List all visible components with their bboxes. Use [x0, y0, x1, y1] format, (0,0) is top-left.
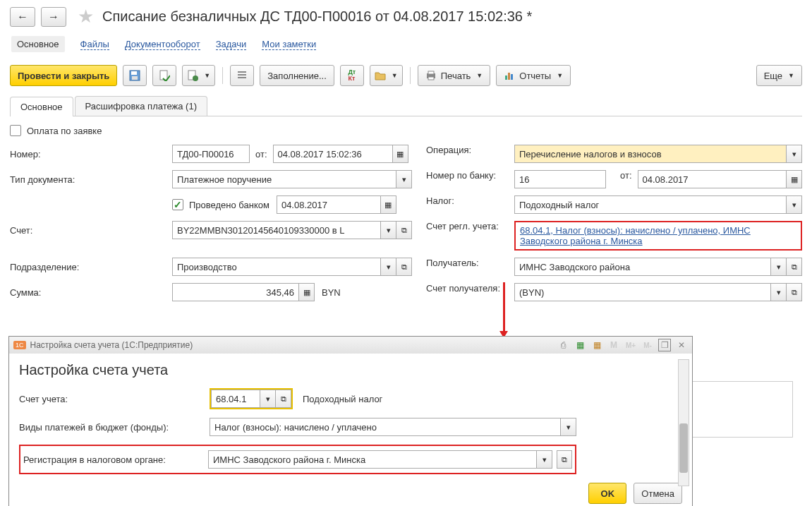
account-open-button[interactable]: ⧉: [396, 221, 412, 239]
nav-main[interactable]: Основное: [11, 36, 65, 52]
reports-button[interactable]: Отчеты ▼: [496, 65, 571, 86]
dlg-account-field[interactable]: 68.04.1: [211, 390, 260, 408]
dialog-close-button[interactable]: ✕: [675, 339, 688, 351]
recip-acc-label: Счет получателя:: [426, 283, 514, 294]
dlg-account-open-button[interactable]: ⧉: [276, 390, 291, 408]
dept-open-button[interactable]: ⧉: [396, 258, 412, 276]
nav-forward-button[interactable]: →: [41, 7, 66, 27]
open-icon: ⧉: [562, 455, 567, 464]
doctype-field[interactable]: Платежное поручение: [172, 170, 396, 188]
dept-dropdown-button[interactable]: ▾: [381, 258, 396, 276]
arrow-right-icon: →: [48, 11, 59, 23]
caret-down-icon: ▾: [777, 288, 781, 297]
recip-acc-field[interactable]: (BYN): [514, 283, 771, 301]
operation-dropdown-button[interactable]: ▾: [787, 145, 802, 163]
tab-detail[interactable]: Расшифровка платежа (1): [75, 96, 207, 116]
tab-main[interactable]: Основное: [10, 97, 73, 116]
nav-docflow[interactable]: Документооборот: [125, 39, 200, 50]
window-icon: ❐: [661, 340, 669, 350]
account-dropdown-button[interactable]: ▾: [381, 221, 396, 239]
caret-down-icon: ▾: [387, 263, 391, 272]
dialog-window-button[interactable]: ❐: [658, 339, 671, 351]
recip-acc-open-button[interactable]: ⧉: [787, 283, 802, 301]
fill-button[interactable]: Заполнение...: [260, 65, 334, 86]
recipient-open-button[interactable]: ⧉: [787, 258, 802, 276]
dialog-calc-button[interactable]: ▦: [574, 339, 586, 351]
dialog-calendar-button[interactable]: ▦: [590, 339, 603, 351]
dialog-mminus-button[interactable]: M-: [641, 339, 654, 351]
caret-down-icon: ▾: [777, 263, 781, 272]
dlg-account-dropdown-button[interactable]: ▾: [260, 390, 276, 408]
calendar-button[interactable]: ▦: [381, 195, 396, 214]
bank-posted-date-field[interactable]: 04.08.2017: [277, 195, 381, 214]
caret-down-icon: ▼: [557, 72, 563, 79]
dialog-print-button[interactable]: ⎙: [557, 339, 569, 351]
bank-date-field[interactable]: 04.08.2017: [638, 170, 787, 188]
recipient-dropdown-button[interactable]: ▾: [771, 258, 787, 276]
dialog-m-button[interactable]: M: [607, 339, 620, 351]
dialog-ok-button[interactable]: OK: [588, 483, 626, 504]
dlg-paytype-dropdown-button[interactable]: ▾: [561, 418, 576, 436]
dlg-paytype-field[interactable]: Налог (взносы): начислено / уплачено: [210, 418, 561, 436]
dialog-mplus-button[interactable]: M+: [624, 339, 637, 351]
caret-down-icon: ▾: [387, 226, 391, 235]
post-button[interactable]: [152, 65, 176, 86]
actions-dropdown-button[interactable]: ▼: [182, 65, 215, 86]
caret-down-icon: ▾: [792, 200, 796, 210]
operation-field[interactable]: Перечисление налогов и взносов: [514, 145, 787, 163]
dialog-scrollbar[interactable]: [678, 359, 689, 486]
print-button[interactable]: Печать ▼: [418, 65, 491, 86]
dept-field[interactable]: Производство: [172, 258, 381, 276]
account-field[interactable]: BY22MMBN30120145640109330000 в L: [172, 221, 381, 239]
calculator-button[interactable]: ▦: [299, 283, 315, 301]
svg-rect-2: [132, 76, 138, 80]
more-button[interactable]: Еще ▼: [756, 65, 802, 86]
number-field[interactable]: ТД00-П00016: [172, 145, 250, 163]
recipient-label: Получатель:: [426, 258, 514, 268]
banknum-label: Номер по банку:: [426, 170, 514, 181]
folder-icon: [375, 70, 386, 81]
dlg-taxreg-open-button[interactable]: ⧉: [557, 450, 572, 469]
recipient-field[interactable]: ИМНС Заводского района: [514, 258, 771, 276]
bank-posted-checkbox[interactable]: [172, 199, 183, 210]
svg-rect-10: [428, 71, 434, 74]
structure-button[interactable]: [230, 65, 254, 86]
svg-rect-11: [428, 77, 434, 80]
calendar-button[interactable]: ▦: [393, 145, 408, 163]
recip-acc-dropdown-button[interactable]: ▾: [771, 283, 787, 301]
sum-field[interactable]: 345,46: [172, 283, 299, 301]
dtkt-button[interactable]: Дт Кт: [340, 65, 364, 86]
caret-down-icon: ▼: [476, 72, 483, 79]
calendar-button[interactable]: ▦: [787, 170, 802, 188]
tax-dropdown-button[interactable]: ▾: [787, 195, 802, 214]
dlg-taxreg-field[interactable]: ИМНС Заводского района г. Минска: [208, 450, 537, 469]
post-and-close-button[interactable]: Провести и закрыть: [10, 65, 117, 86]
number-date-field[interactable]: 04.08.2017 15:02:36: [273, 145, 393, 163]
dialog-cancel-button[interactable]: Отмена: [634, 483, 682, 504]
nav-notes[interactable]: Мои заметки: [262, 39, 316, 50]
dialog-title: Настройка счета учета: [19, 362, 682, 378]
svg-rect-7: [238, 74, 246, 76]
scrollbar-thumb[interactable]: [679, 423, 688, 473]
tax-field[interactable]: Подоходный налог: [514, 195, 787, 214]
doctype-dropdown-button[interactable]: ▾: [396, 170, 412, 188]
nav-files[interactable]: Файлы: [80, 39, 109, 50]
svg-rect-13: [508, 73, 510, 80]
nav-tasks[interactable]: Задачи: [216, 39, 247, 50]
svg-rect-12: [505, 76, 507, 80]
pay-by-request-checkbox[interactable]: [10, 125, 21, 136]
account-settings-dialog: 1С Настройка счета учета (1С:Предприятие…: [8, 336, 693, 506]
banknum-field[interactable]: 16: [514, 170, 606, 188]
open-icon: ⧉: [792, 263, 797, 272]
operation-label: Операция:: [426, 145, 514, 155]
actions-icon: [187, 70, 198, 81]
doctype-label: Тип документа:: [10, 174, 172, 185]
save-button[interactable]: [123, 65, 147, 86]
attachments-button[interactable]: ▼: [370, 65, 403, 86]
dept-label: Подразделение:: [10, 262, 172, 272]
dlg-taxreg-dropdown-button[interactable]: ▾: [537, 450, 552, 469]
nav-back-button[interactable]: ←: [10, 7, 35, 27]
favorite-star-icon[interactable]: ★: [78, 6, 94, 28]
dlg-account-name: Подоходный налог: [303, 394, 382, 404]
regl-account-link[interactable]: 68.04.1, Налог (взносы): начислено / упл…: [520, 225, 751, 246]
